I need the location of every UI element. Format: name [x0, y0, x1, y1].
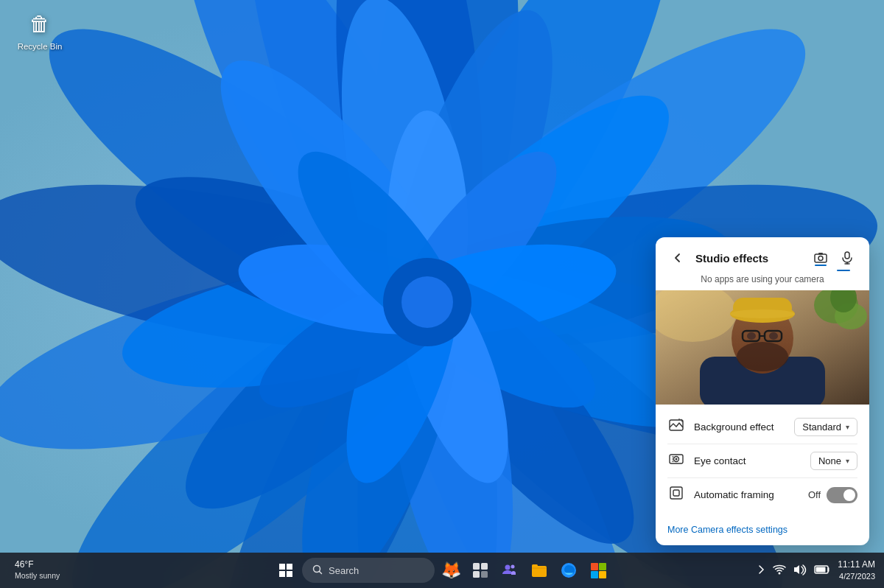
svg-point-93 — [779, 573, 781, 575]
more-camera-settings-link[interactable]: More Camera effects settings — [656, 517, 869, 545]
settings-area: Background effect Standard ▾ — [656, 405, 869, 517]
panel-title: Studio effects — [695, 252, 803, 265]
background-effect-icon — [667, 418, 685, 436]
svg-rect-83 — [481, 571, 488, 578]
svg-point-84 — [505, 565, 511, 570]
eye-contact-row: Eye contact None ▾ — [656, 444, 869, 477]
svg-point-56 — [737, 342, 788, 371]
studio-effects-panel: Studio effects — [656, 237, 869, 545]
weather-condition: Mostly sunny — [15, 571, 60, 581]
desktop: 🗑 Recycle Bin Studio effects — [0, 0, 884, 588]
volume-icon[interactable] — [792, 562, 808, 579]
svg-rect-43 — [818, 253, 823, 255]
start-button[interactable] — [273, 557, 299, 584]
task-view-icon — [472, 562, 488, 578]
svg-rect-80 — [473, 563, 480, 570]
svg-rect-77 — [673, 490, 679, 496]
ms-store-button[interactable] — [585, 557, 611, 584]
win-grid-bl — [279, 571, 285, 577]
svg-rect-90 — [599, 563, 606, 570]
clock[interactable]: 11:11 AM 4/27/2023 — [838, 559, 875, 582]
search-label: Search — [329, 565, 359, 576]
camera-icon[interactable] — [810, 248, 831, 268]
search-icon — [312, 564, 323, 577]
svg-point-39 — [401, 276, 453, 328]
windows-logo — [279, 564, 292, 577]
svg-point-61 — [769, 332, 778, 340]
weather-temperature: 46°F — [15, 559, 60, 571]
background-effect-dropdown[interactable]: Standard ▾ — [794, 418, 857, 436]
automatic-framing-value: Off — [808, 489, 821, 500]
eye-contact-value: None — [818, 455, 841, 466]
edge-button[interactable] — [555, 557, 582, 584]
wifi-icon[interactable] — [771, 562, 787, 578]
taskbar-left: 46°F Mostly sunny — [9, 559, 127, 581]
taskbar: 46°F Mostly sunny — [0, 553, 884, 588]
task-view-button[interactable] — [467, 557, 494, 584]
taskbar-center: Search 🦊 — [273, 557, 611, 584]
background-effect-row: Background effect Standard ▾ — [656, 410, 869, 444]
toggle-knob — [843, 489, 855, 501]
automatic-framing-label: Automatic framing — [694, 489, 799, 500]
svg-point-60 — [747, 332, 756, 340]
svg-rect-89 — [591, 563, 598, 570]
svg-point-72 — [676, 458, 678, 461]
system-tray — [757, 562, 832, 579]
automatic-framing-icon — [667, 486, 685, 504]
dropdown-arrow-icon: ▾ — [846, 423, 849, 431]
background-effect-label: Background effect — [694, 421, 785, 433]
panel-header-icons — [810, 248, 857, 268]
eye-contact-icon — [667, 452, 685, 470]
file-explorer-icon — [531, 562, 547, 578]
edge-icon — [561, 562, 577, 578]
svg-rect-76 — [670, 487, 682, 499]
recycle-bin-label: Recycle Bin — [18, 42, 63, 52]
teams-icon — [502, 562, 518, 578]
microphone-icon[interactable] — [837, 248, 857, 268]
back-button[interactable] — [667, 248, 688, 268]
clock-time: 11:11 AM — [838, 559, 875, 571]
win-grid-tl — [279, 564, 285, 570]
automatic-framing-toggle-container: Off — [808, 487, 857, 503]
svg-line-67 — [681, 419, 682, 421]
svg-line-79 — [320, 571, 322, 573]
svg-point-85 — [511, 565, 515, 569]
win-grid-br — [287, 571, 292, 577]
show-hidden-icons-button[interactable] — [757, 563, 767, 578]
win-grid-tr — [287, 564, 292, 570]
recycle-bin-icon[interactable]: 🗑 Recycle Bin — [13, 9, 66, 52]
ms-store-icon — [590, 562, 606, 578]
svg-rect-81 — [481, 563, 488, 570]
search-bar[interactable]: Search — [302, 558, 435, 583]
dropdown-arrow-icon-2: ▾ — [846, 457, 849, 465]
widgets-icon: 🦊 — [441, 561, 461, 580]
eye-contact-dropdown[interactable]: None ▾ — [810, 452, 857, 470]
camera-preview — [656, 290, 869, 405]
automatic-framing-row: Automatic framing Off — [656, 478, 869, 511]
automatic-framing-toggle[interactable] — [827, 487, 857, 503]
taskbar-right: 11:11 AM 4/27/2023 — [757, 559, 875, 582]
svg-point-64 — [730, 309, 795, 318]
teams-button[interactable] — [497, 557, 523, 584]
svg-point-42 — [818, 256, 823, 261]
svg-rect-91 — [591, 571, 598, 578]
svg-rect-86 — [532, 566, 547, 577]
file-explorer-button[interactable] — [526, 557, 552, 584]
svg-rect-44 — [845, 252, 849, 259]
battery-icon[interactable] — [813, 563, 832, 578]
recycle-bin-graphic: 🗑 — [24, 9, 55, 40]
svg-rect-41 — [815, 254, 827, 262]
no-app-notice: No apps are using your camera — [656, 271, 869, 290]
svg-rect-87 — [532, 564, 538, 567]
weather-widget[interactable]: 46°F Mostly sunny — [9, 559, 66, 581]
svg-rect-82 — [473, 571, 480, 578]
eye-contact-label: Eye contact — [694, 455, 801, 466]
svg-rect-92 — [599, 571, 606, 578]
clock-date: 4/27/2023 — [839, 571, 875, 582]
svg-rect-95 — [816, 567, 826, 572]
widgets-button[interactable]: 🦊 — [438, 557, 464, 584]
svg-text:🗑: 🗑 — [29, 13, 50, 35]
background-effect-value: Standard — [802, 421, 841, 433]
